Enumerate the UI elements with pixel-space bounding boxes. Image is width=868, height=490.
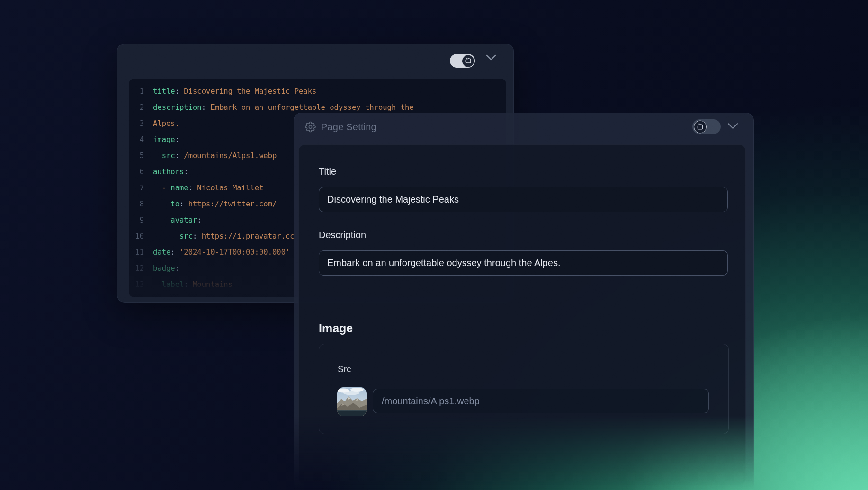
- src-label: Src: [338, 364, 351, 374]
- line-number: 2: [129, 103, 144, 112]
- image-thumbnail[interactable]: [337, 387, 367, 416]
- line-number: 3: [129, 119, 144, 128]
- line-number: 5: [129, 151, 144, 160]
- title-input[interactable]: [319, 187, 728, 212]
- line-number: 8: [129, 200, 144, 208]
- line-number: 4: [129, 135, 144, 144]
- gear-icon: [305, 122, 316, 133]
- line-number: 6: [129, 168, 144, 176]
- title-label: Title: [319, 166, 336, 177]
- image-group-box: Src: [319, 344, 729, 434]
- code-view-toggle[interactable]: [692, 119, 721, 134]
- line-number: 1: [129, 87, 144, 96]
- line-number: 10: [129, 232, 144, 241]
- form-card: Title Description Image Src: [298, 144, 746, 485]
- page: Page Setting 1title: Discovering the Maj…: [0, 0, 868, 490]
- description-input[interactable]: [319, 250, 728, 276]
- chevron-down-icon[interactable]: [727, 123, 738, 129]
- code-view-toggle[interactable]: [450, 54, 475, 68]
- panel-title: Page Setting: [321, 122, 376, 133]
- code-block-icon: [694, 120, 707, 133]
- form-panel-header: Page Setting: [305, 122, 376, 133]
- image-src-input[interactable]: [373, 389, 709, 413]
- chevron-down-icon[interactable]: [486, 54, 496, 61]
- line-number: 9: [129, 216, 144, 224]
- description-label: Description: [319, 230, 366, 241]
- line-number: 7: [129, 184, 144, 192]
- image-section-heading: Image: [319, 321, 353, 335]
- page-setting-form-panel: Page Setting Title Description Image Src: [294, 113, 754, 490]
- code-block-icon: [462, 55, 474, 67]
- code-line: 1title: Discovering the Majestic Peaks: [129, 83, 506, 99]
